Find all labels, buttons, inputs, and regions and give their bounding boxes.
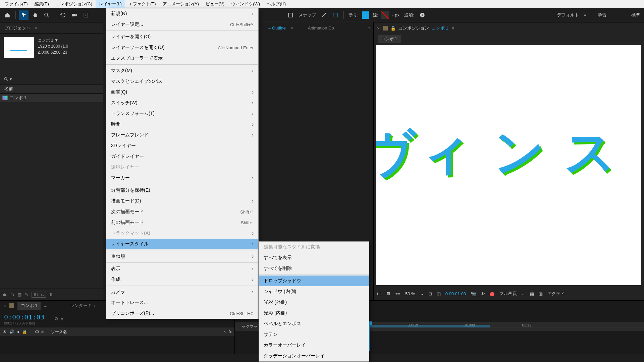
menu-item[interactable]: プリコンポーズ(P)...Ctrl+Shift+C (106, 308, 258, 319)
menu-item[interactable]: エクスプローラーで表示 (106, 53, 258, 64)
num-col[interactable]: # (41, 329, 44, 334)
guides-icon[interactable]: ▥ (539, 291, 543, 296)
grid-icon[interactable]: ▦ (530, 291, 534, 296)
menu-item[interactable]: マーカー (106, 173, 258, 183)
channel-icon[interactable]: ⬤ (490, 291, 495, 296)
close-viewer-icon[interactable]: × (377, 26, 380, 31)
project-item[interactable]: コンポ 1 (0, 94, 103, 102)
rotate-tool-icon[interactable] (58, 10, 68, 20)
lock-icon[interactable]: 🔒 (390, 26, 396, 31)
viewer-time[interactable]: 0:00:01:03 (445, 291, 466, 296)
workspace-standard[interactable]: 標準 (630, 12, 641, 18)
menu-8[interactable]: ヘルプ(H) (263, 0, 289, 8)
menu-6[interactable]: ビュー(V) (202, 0, 228, 8)
lock-col-icon[interactable]: 🔒 (22, 329, 27, 334)
new-comp-icon[interactable]: ▦ (18, 292, 21, 297)
zoom-tool-icon[interactable] (42, 10, 51, 20)
menu-item[interactable]: 時間 (106, 119, 258, 130)
home-icon[interactable] (3, 10, 12, 20)
label-col-icon[interactable]: 🏷 (35, 329, 39, 334)
workspace-menu-icon[interactable]: ≡ (582, 12, 588, 17)
trash-icon[interactable]: 🗑 (49, 292, 53, 297)
display-icon[interactable]: 🖥 (386, 291, 390, 296)
viewer-comp-chip[interactable]: コンポ 1 (378, 35, 401, 43)
comp-thumbnail[interactable] (4, 37, 34, 58)
menu-item[interactable]: トランスフォーム(T) (106, 108, 258, 119)
snap-opt-icon[interactable] (319, 10, 329, 20)
menu-item[interactable]: 作成 (106, 274, 258, 285)
menu-item[interactable]: 透明部分を保持(E) (106, 185, 258, 196)
active-camera[interactable]: アクティ (547, 291, 565, 297)
vr-icon[interactable]: 👓 (395, 291, 400, 296)
menu-item[interactable]: レイヤーを開く(O) (106, 32, 258, 42)
menu-item[interactable]: すべてを削除 (259, 263, 369, 274)
menu-item[interactable]: サテン (259, 329, 369, 340)
menu-2[interactable]: コンポジション(C) (52, 0, 96, 8)
menu-item[interactable]: カメラ (106, 287, 258, 297)
timeline-search[interactable]: ▾ (54, 317, 63, 321)
snapshot-icon[interactable]: 📷 (471, 291, 476, 296)
hand-tool-icon[interactable] (31, 10, 40, 20)
menu-item[interactable]: 光彩 (内側) (259, 308, 369, 318)
timeline-timecode[interactable]: 0:00:01:03 (4, 313, 44, 321)
res-down-icon[interactable]: ⊟ (428, 291, 432, 296)
project-search[interactable]: ▾ (0, 74, 103, 84)
stroke-px[interactable]: - px (391, 12, 401, 17)
menu-3[interactable]: レイヤー(L) (96, 0, 125, 8)
menu-item[interactable]: マスクとシェイプのパス (106, 76, 258, 87)
menu-item[interactable]: 重ね順 (106, 251, 258, 262)
eye-icon[interactable]: 👁 (3, 329, 7, 334)
menu-item[interactable]: スイッチ(W) (106, 98, 258, 108)
menu-item[interactable]: シャドウ (内側) (259, 286, 369, 297)
interpret-icon[interactable]: 🖿 (3, 292, 7, 297)
menu-item[interactable]: 次の描画モードShift+^ (106, 206, 258, 217)
menu-item[interactable]: すべてを表示 (259, 252, 369, 263)
bpc-label[interactable]: 8 bpc (32, 292, 46, 298)
composition-canvas[interactable]: ヴ ィ ン ス (376, 45, 641, 285)
add-button-icon[interactable] (418, 10, 427, 20)
menu-item[interactable]: 新規(N) (106, 8, 258, 19)
outline-tab[interactable]: – Outline (268, 25, 286, 31)
menu-item[interactable]: 3Dレイヤー (106, 140, 258, 151)
roi-icon[interactable]: ◫ (437, 291, 441, 296)
work-area-bar[interactable] (356, 325, 490, 327)
selection-tool-icon[interactable] (19, 10, 29, 20)
render-queue-tab[interactable]: レンダーキュ (70, 303, 96, 309)
menu-item[interactable]: グラデーションオーバーレイ (259, 351, 369, 361)
menu-item[interactable]: ガイドレイヤー (106, 151, 258, 162)
monitor-icon[interactable]: 🖵 (377, 291, 381, 296)
workspace-default[interactable]: デフォルト (556, 12, 580, 18)
menu-0[interactable]: ファイル(F) (1, 0, 31, 8)
audio-icon[interactable]: 🔊 (9, 329, 14, 334)
project-column-name[interactable]: 名前 (0, 84, 103, 94)
menu-item[interactable]: オートトレース... (106, 297, 258, 308)
rect-tool-icon[interactable] (286, 10, 295, 20)
menu-item[interactable]: 表示 (106, 263, 258, 274)
menu-item[interactable]: 前の描画モードShift+- (106, 217, 258, 228)
viewer-title[interactable]: 🔒 コンポジション コンポ 1 (383, 25, 448, 31)
project-tab[interactable]: プロジェクト≡ (0, 22, 103, 34)
close-tl-icon[interactable]: × (3, 303, 6, 308)
menu-4[interactable]: エフェクト(T) (125, 0, 159, 8)
menu-item[interactable]: 画質(Q) (106, 87, 258, 98)
menu-item[interactable]: ドロップシャドウ (259, 276, 369, 286)
fill-swatch[interactable] (362, 11, 369, 19)
menu-1[interactable]: 編集(E) (31, 0, 52, 8)
camera-tool-icon[interactable] (70, 10, 79, 20)
stroke-swatch[interactable] (381, 11, 389, 19)
menu-item[interactable]: レイヤースタイル (106, 239, 258, 249)
timeline-tab[interactable]: コンポ 1 (17, 302, 41, 310)
menu-5[interactable]: アニメーション(A) (159, 0, 202, 8)
anchor-tool-icon[interactable] (81, 10, 91, 20)
menu-item[interactable]: カラーオーバーレイ (259, 340, 369, 351)
animation-tab[interactable]: Animation Co (308, 25, 334, 31)
snap-bounds-icon[interactable] (331, 10, 340, 20)
folder-icon[interactable]: 🗀 (10, 292, 14, 297)
snap-label[interactable]: スナップ (297, 12, 317, 18)
quality-dropdown[interactable]: フル画質 (499, 291, 517, 297)
menu-item[interactable]: レイヤー設定...Ctrl+Shift+Y (106, 19, 258, 30)
menu-item[interactable]: 描画モード(D) (106, 196, 258, 206)
menu-item[interactable]: 光彩 (外側) (259, 297, 369, 308)
menu-item[interactable]: フレームブレンド (106, 130, 258, 140)
menu-item[interactable]: レイヤーソースを開く(U)Alt+Numpad Enter (106, 42, 258, 53)
